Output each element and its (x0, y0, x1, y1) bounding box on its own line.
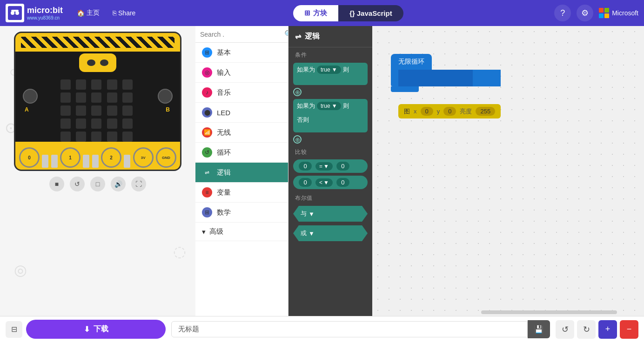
if-block-2[interactable]: 如果为 true ▼ 则 否则 (293, 99, 368, 132)
search-input[interactable] (200, 31, 282, 38)
download-button[interactable]: ⬇ 下载 (26, 320, 166, 339)
logo-icon (6, 4, 24, 22)
download-icon: ⬇ (84, 325, 90, 334)
category-radio[interactable]: 📶 无线 (195, 123, 288, 143)
category-input[interactable]: ◎ 输入 (195, 63, 288, 83)
category-variables-icon: ≡ (202, 187, 212, 197)
pin-gnd[interactable]: GND (156, 147, 176, 168)
bottom-right-controls: ↺ ↻ + − (556, 320, 638, 339)
undo-button[interactable]: ↺ (556, 320, 574, 339)
workspace[interactable]: 无限循环 图 x 0 y 0 亮度 255 (372, 26, 644, 316)
share-link[interactable]: ⎘ Share (106, 7, 142, 20)
led-1-3 (107, 92, 117, 103)
led-brightness-val[interactable]: 255 (476, 107, 495, 116)
tab-blocks-button[interactable]: ⊞ 方块 (293, 5, 338, 21)
category-music[interactable]: ♪ 音乐 (195, 83, 288, 103)
pin-sm-1 (42, 155, 48, 168)
compare-block-eq[interactable]: 0 = ▼ 0 (293, 159, 368, 173)
logo[interactable]: micro:bit www.yu8369.cn (6, 4, 63, 22)
settings-button[interactable]: ⚙ (577, 5, 593, 21)
pin-sm-2 (51, 155, 58, 168)
category-music-icon: ♪ (202, 87, 212, 98)
led-3-2 (91, 118, 101, 129)
comparison-label: 比较 (288, 145, 372, 158)
cmp-op-1[interactable]: = ▼ (315, 162, 333, 171)
bool-or-block[interactable]: 或 ▼ (293, 225, 368, 241)
microsoft-logo[interactable]: Microsoft (599, 8, 638, 18)
zoom-in-button[interactable]: + (598, 320, 617, 339)
led-4-3 (107, 132, 117, 142)
restart-button[interactable]: ↺ (70, 177, 85, 191)
compare-block-lt[interactable]: 0 < ▼ 0 (293, 176, 368, 189)
logic-panel-header: ⇌ 逻辑 (288, 26, 372, 47)
category-basic[interactable]: ⊞ 基本 (195, 43, 288, 63)
advanced-row[interactable]: ▾ 高级 (195, 223, 288, 241)
add-condition-1[interactable]: ⊕ (293, 88, 302, 96)
search-icon[interactable]: 🔍 (284, 30, 288, 39)
pin-1[interactable]: 1 (60, 147, 80, 168)
filename-save-button[interactable]: 💾 (528, 320, 550, 338)
search-bar: 🔍 (195, 26, 288, 43)
led-y-val[interactable]: 0 (443, 107, 456, 116)
led-x-val[interactable]: 0 (421, 107, 433, 116)
tab-switcher: ⊞ 方块 {} JavaScript (142, 5, 554, 21)
category-logic-icon: ⇌ (202, 167, 212, 178)
logo-text: micro:bit (27, 6, 63, 15)
blocks-panel: 🔍 ⊞ 基本 ◎ 输入 ♪ 音乐 ⬤ LED 📶 无线 ↺ 循环 ⇌ 逻辑 (195, 26, 288, 316)
bottom-bar: ⊟ ⬇ 下载 💾 ↺ ↻ + − (0, 316, 644, 342)
category-loops[interactable]: ↺ 循环 (195, 143, 288, 163)
forever-label[interactable]: 无限循环 (391, 54, 432, 70)
led-3-3 (107, 118, 117, 129)
redo-button[interactable]: ↻ (577, 320, 596, 339)
led-0-4 (122, 79, 133, 90)
led-block[interactable]: 图 x 0 y 0 亮度 255 (398, 104, 501, 118)
pins-row: 0 1 2 3V GND (15, 142, 180, 170)
deco-4: ◎ (14, 261, 27, 279)
sidebar-toggle-button[interactable]: ⊟ (6, 321, 22, 338)
category-logic[interactable]: ⇌ 逻辑 (195, 163, 288, 183)
led-block-label: 图 (404, 107, 410, 116)
led-0-0 (60, 79, 71, 90)
led-0-2 (91, 79, 101, 90)
sound-button[interactable]: 🔊 (111, 177, 126, 191)
zoom-out-button[interactable]: − (620, 320, 638, 339)
category-input-icon: ◎ (202, 67, 212, 78)
logic-header-icon: ⇌ (295, 32, 301, 41)
left-eye (87, 59, 95, 66)
stop-button[interactable]: ■ (49, 177, 64, 191)
if-keyword-2: 如果为 (297, 102, 315, 110)
bool-and-block[interactable]: 与 ▼ (293, 206, 368, 222)
category-math[interactable]: ⊞ 数学 (195, 203, 288, 223)
cmp-op-2[interactable]: < ▼ (315, 178, 333, 187)
svg-point-2 (15, 11, 19, 15)
pin-3v[interactable]: 3V (133, 147, 154, 168)
led-grid (60, 79, 135, 142)
forever-block-group[interactable]: 无限循环 (391, 54, 501, 92)
workspace-scrollbar[interactable] (481, 310, 617, 314)
if-true-badge-1[interactable]: true ▼ (317, 66, 341, 74)
pin-2[interactable]: 2 (101, 147, 121, 168)
if-true-badge-2[interactable]: true ▼ (317, 102, 341, 110)
tab-js-button[interactable]: {} JavaScript (338, 5, 403, 21)
add-condition-2[interactable]: ⊕ (293, 135, 302, 144)
category-led[interactable]: ⬤ LED (195, 103, 288, 123)
fullscreen-button[interactable]: ⛶ (131, 177, 146, 191)
help-button[interactable]: ? (554, 5, 571, 21)
home-icon: 🏠 (77, 9, 85, 17)
button-a[interactable] (23, 89, 38, 104)
button-b[interactable] (158, 89, 173, 104)
svg-point-1 (11, 11, 14, 15)
filename-input[interactable] (171, 321, 528, 337)
led-y-label: y (437, 108, 440, 115)
if-block-1[interactable]: 如果为 true ▼ 则 (293, 63, 368, 85)
or-label: 或 (301, 229, 307, 237)
category-math-icon: ⊞ (202, 207, 212, 217)
category-variables[interactable]: ≡ 变量 (195, 183, 288, 203)
pin-sm-3 (83, 155, 89, 168)
led-1-0 (60, 92, 71, 103)
pin-0[interactable]: 0 (19, 147, 40, 168)
conditions-label: 条件 (288, 47, 372, 61)
home-link[interactable]: 🏠 主页 (70, 6, 106, 20)
cmp-dropdown-2: ▼ (323, 179, 329, 186)
screenshot-button[interactable]: □ (90, 177, 105, 191)
